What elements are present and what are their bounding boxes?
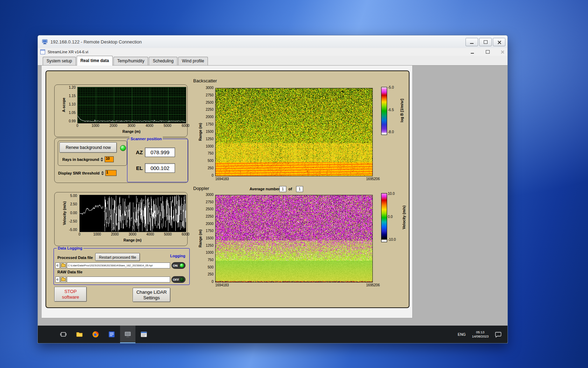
logging-on-led [180, 263, 184, 268]
taskbar-clock[interactable]: 05:13 14/08/2023 [472, 330, 489, 339]
restart-processed-file-button[interactable]: Restart processed file [95, 253, 140, 261]
app-titlebar[interactable]: StreamLine XR v14-6.vi [38, 48, 507, 56]
rays-in-background-row: Rays in background 10 [62, 156, 114, 162]
velocity-plot [79, 195, 186, 232]
taskbar-task-view-button[interactable] [56, 326, 71, 343]
raw-path-field[interactable] [67, 277, 170, 282]
el-row: EL 000.102 [134, 163, 175, 173]
taskbar-date: 14/08/2023 [472, 334, 489, 339]
processed-path-field[interactable]: C:\Lidar\Data\Proc\2023\202308\20230814\… [67, 263, 170, 268]
decrement-icon [101, 173, 104, 175]
average-number-label: Average number [250, 187, 280, 191]
rdp-titlebar[interactable]: 192.168.0.122 - Remote Desktop Connectio… [38, 35, 507, 48]
front-panel: A-scope 1.201.151.101.050.99 01000200030… [42, 66, 413, 318]
tick-label: 1.05 [69, 111, 76, 115]
app-close-button[interactable] [500, 49, 505, 54]
az-value-field[interactable]: 078.999 [145, 148, 175, 157]
taskbar-streamline-app-button[interactable] [120, 326, 135, 343]
processed-logging-toggle[interactable]: ON [172, 262, 186, 269]
drive-letter-box: C [55, 277, 60, 282]
app-window-icon [124, 330, 132, 338]
snr-spinner[interactable] [101, 170, 104, 176]
renew-background-button[interactable]: Renew background now [59, 142, 117, 153]
tick-label: 1.15 [69, 94, 76, 98]
taskbar-tray: ENG 05:13 14/08/2023 [458, 326, 502, 343]
tick-label: 6000 [180, 124, 191, 128]
browse-processed-file-button[interactable] [61, 263, 66, 268]
tick-label: 750 [208, 152, 214, 155]
tick-label: 0.99 [69, 120, 76, 123]
raw-data-file-label: RAW Data file [57, 270, 83, 274]
tick-label: 2000 [206, 115, 214, 119]
raw-logging-toggle[interactable]: OFF [172, 276, 186, 283]
app-restore-button[interactable] [485, 49, 490, 54]
ascope-x-axis-label: Range (m) [77, 129, 186, 134]
tab[interactable]: Wind profile [178, 57, 208, 65]
tick-label: 0 [72, 124, 83, 128]
backscatter-colorbar-ticks: -5.0-6.5-8.0 [388, 86, 394, 134]
browse-raw-file-button[interactable] [61, 277, 66, 282]
stop-software-button[interactable]: STOP software [54, 287, 87, 302]
rdp-maximize-button[interactable] [479, 38, 492, 46]
taskbar-notes-app-button[interactable] [104, 326, 119, 343]
doppler-colorbar [381, 193, 387, 242]
tab[interactable]: System setup [43, 57, 76, 65]
change-button-line2: Settings [144, 295, 160, 301]
tick-label: 0 [211, 174, 214, 177]
rdp-minimize-button[interactable] [465, 38, 478, 46]
backscatter-colorbar-label: log B [1/m/sr] [400, 87, 404, 134]
tab-label: System setup [47, 59, 72, 63]
average-number-field[interactable]: 1 [279, 186, 286, 192]
stop-button-line2: software [62, 294, 79, 300]
rdp-window: 192.168.0.122 - Remote Desktop Connectio… [37, 35, 508, 343]
tick-label: 1.20 [69, 86, 76, 89]
tab[interactable]: Real time data [77, 56, 113, 66]
average-count-field[interactable]: 1 [296, 186, 303, 192]
taskbar-scheduler-button[interactable] [136, 326, 152, 343]
tick-label: 2750 [206, 94, 214, 97]
taskbar-time: 05:13 [472, 330, 489, 334]
velocity-y-ticks: 5.002.500.00-2.50-5.00 [62, 194, 77, 232]
tick-label: 4000 [145, 233, 155, 236]
app-minimize-button[interactable] [470, 49, 475, 54]
maximize-icon [484, 40, 488, 44]
doppler-x-start: 1694183 [215, 284, 229, 287]
rays-spinner[interactable] [100, 157, 104, 162]
tick-label: 0 [211, 280, 214, 284]
taskbar-firefox-button[interactable] [88, 326, 103, 343]
backscatter-x-start: 1694183 [215, 177, 229, 181]
tab[interactable]: Scheduling [149, 57, 177, 65]
tick-label: 3000 [206, 86, 214, 90]
scanner-position-title: Scanner position [130, 137, 163, 141]
tab[interactable]: Temp/humidity [113, 57, 148, 65]
tick-label: 1000 [206, 251, 214, 254]
tick-label: 500 [208, 266, 214, 269]
tick-label: 5000 [162, 124, 173, 128]
tick-label: 1250 [206, 244, 214, 247]
doppler-title: Doppler [193, 186, 209, 191]
tick-label: 2000 [206, 222, 214, 226]
velocity-x-axis-label: Range (m) [79, 238, 186, 242]
backscatter-x-labels: 1694183 1695206 [215, 177, 380, 181]
taskbar-file-explorer-button[interactable] [72, 326, 87, 343]
el-value-field[interactable]: 000.102 [145, 163, 175, 173]
taskbar-language-indicator[interactable]: ENG [458, 332, 466, 336]
el-label: EL [134, 165, 143, 171]
change-lidar-settings-button[interactable]: Change LiDAR Settings [133, 288, 170, 302]
tick-label: 2500 [206, 207, 214, 211]
processed-data-file-label: Processed Data file [57, 255, 93, 260]
rdp-window-title: 192.168.0.122 - Remote Desktop Connectio… [50, 39, 142, 45]
snr-value-field[interactable]: 1 [105, 170, 117, 176]
rays-value-field[interactable]: 10 [105, 156, 114, 162]
drive-letter-box: C [55, 263, 60, 268]
close-icon [501, 50, 504, 54]
task-view-icon [59, 330, 67, 338]
rdp-close-button[interactable] [493, 38, 505, 46]
file-explorer-icon [76, 330, 83, 338]
restore-icon [486, 50, 490, 54]
tick-label: 4000 [144, 124, 155, 128]
tick-label: -8.0 [388, 130, 394, 134]
notification-center-icon[interactable] [495, 332, 502, 338]
logging-off-led [180, 277, 184, 282]
tick-label: 6000 [180, 233, 191, 236]
